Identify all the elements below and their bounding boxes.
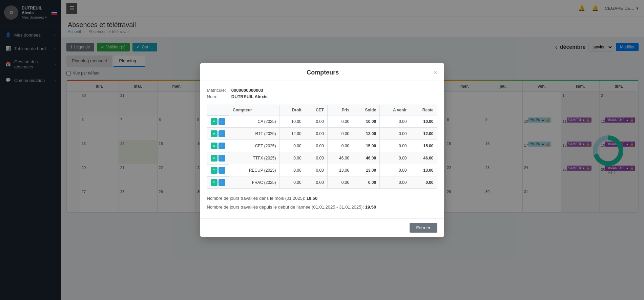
- cet-rtt: 0.00: [305, 128, 327, 140]
- compteur-table: Compteur Droit CET Pris Solde A venir Re…: [207, 105, 437, 189]
- nom-label: Nom:: [207, 94, 226, 99]
- table-row: ≡ i FRAC (2025) 0.00 0.00 0.00 0.00 0.00…: [207, 176, 437, 189]
- stat-line2: Nombre de jours travaillés depuis le déb…: [207, 203, 437, 212]
- avenir-recup: 0.00: [380, 164, 410, 176]
- table-icon[interactable]: ≡: [211, 155, 217, 162]
- stat2-label: Nombre de jours travaillés depuis le déb…: [207, 205, 365, 210]
- pris-recup: 13.00: [327, 164, 353, 176]
- table-row: ≡ i CET (2025) 0.00 0.00 0.00 15.00 0.00…: [207, 140, 437, 152]
- matricule-label: Matricule:: [207, 88, 226, 93]
- info-icon-btn[interactable]: i: [219, 130, 225, 137]
- info-icon-btn[interactable]: i: [219, 179, 225, 186]
- pris-ca: 0.00: [327, 115, 353, 128]
- solde-rtt: 12.00: [353, 128, 380, 140]
- row-icons-ttfx: ≡ i: [207, 152, 229, 164]
- droit-recup: 0.00: [279, 164, 305, 176]
- table-icon[interactable]: ≡: [211, 143, 217, 149]
- row-icons-cet: ≡ i: [207, 140, 229, 152]
- info-icon-btn[interactable]: i: [219, 167, 225, 174]
- solde-ttfx: 46.00: [353, 152, 380, 164]
- info-icon-btn[interactable]: i: [219, 155, 225, 162]
- fermer-button[interactable]: Fermer: [410, 223, 437, 233]
- reste-rtt: 12.00: [410, 128, 437, 140]
- col-icons: [207, 105, 229, 115]
- droit-cet: 0.00: [279, 140, 305, 152]
- col-pris: Pris: [327, 105, 353, 115]
- avenir-ttfx: 0.00: [380, 152, 410, 164]
- pris-rtt: 0.00: [327, 128, 353, 140]
- col-droit: Droit: [279, 105, 305, 115]
- table-row: ≡ i RECUP (2025) 0.00 0.00 13.00 13.00 0…: [207, 164, 437, 176]
- stat1-value: 19.50: [307, 196, 318, 201]
- droit-rtt: 12.00: [279, 128, 305, 140]
- cet-cet: 0.00: [305, 140, 327, 152]
- row-icons-rtt: ≡ i: [207, 128, 229, 140]
- matricule-value: 0000000000003: [231, 88, 437, 93]
- cet-ttfx: 0.00: [305, 152, 327, 164]
- table-icon[interactable]: ≡: [211, 179, 217, 186]
- solde-cet: 15.00: [353, 140, 380, 152]
- table-row: ≡ i TTFX (2025) 0.00 0.00 46.00 46.00 0.…: [207, 152, 437, 164]
- avenir-frac: 0.00: [380, 176, 410, 189]
- droit-frac: 0.00: [279, 176, 305, 189]
- nom-value: DUTREUIL Alexis: [231, 94, 437, 99]
- cet-recup: 0.00: [305, 164, 327, 176]
- col-avenir: A venir: [380, 105, 410, 115]
- avenir-cet: 0.00: [380, 140, 410, 152]
- reste-ttfx: 46.00: [410, 152, 437, 164]
- col-compteur: Compteur: [229, 105, 280, 115]
- stat2-value: 19.50: [365, 205, 376, 210]
- table-row: ≡ i RTT (2025) 12.00 0.00 0.00 12.00 0.0…: [207, 128, 437, 140]
- avenir-ca: 0.00: [380, 115, 410, 128]
- stat-line1: Nombre de jours travaillés dans le mois …: [207, 194, 437, 203]
- col-solde: Solde: [353, 105, 380, 115]
- avenir-rtt: 0.00: [380, 128, 410, 140]
- table-row: ≡ i CA (2025) 10.00 0.00 0.00 10.00 0.00…: [207, 115, 437, 128]
- cet-ca: 0.00: [305, 115, 327, 128]
- droit-ttfx: 0.00: [279, 152, 305, 164]
- col-cet: CET: [305, 105, 327, 115]
- compteur-frac: FRAC (2025): [229, 176, 280, 189]
- row-icons-recup: ≡ i: [207, 164, 229, 176]
- col-reste: Reste: [410, 105, 437, 115]
- info-icon-btn[interactable]: i: [219, 143, 225, 149]
- reste-frac: 0.00: [410, 176, 437, 189]
- modal-info: Matricule: 0000000000003 Nom: DUTREUIL A…: [207, 88, 437, 99]
- compteur-cet: CET (2025): [229, 140, 280, 152]
- compteur-recup: RECUP (2025): [229, 164, 280, 176]
- table-icon[interactable]: ≡: [211, 118, 217, 125]
- pris-frac: 0.00: [327, 176, 353, 189]
- table-icon[interactable]: ≡: [211, 130, 217, 137]
- modal-overlay[interactable]: Compteurs × Matricule: 0000000000003 Nom…: [0, 0, 644, 300]
- solde-frac: 0.00: [353, 176, 380, 189]
- modal-footer: Fermer: [200, 218, 444, 237]
- cet-frac: 0.00: [305, 176, 327, 189]
- solde-recup: 13.00: [353, 164, 380, 176]
- reste-cet: 15.00: [410, 140, 437, 152]
- compteur-rtt: RTT (2025): [229, 128, 280, 140]
- pris-cet: 0.00: [327, 140, 353, 152]
- modal-body: Matricule: 0000000000003 Nom: DUTREUIL A…: [200, 81, 444, 219]
- modal-stats: Nombre de jours travaillés dans le mois …: [207, 194, 437, 212]
- reste-recup: 13.00: [410, 164, 437, 176]
- compteurs-modal: Compteurs × Matricule: 0000000000003 Nom…: [200, 63, 444, 237]
- modal-close-button[interactable]: ×: [433, 69, 437, 77]
- reste-ca: 10.00: [410, 115, 437, 128]
- modal-title: Compteurs: [215, 69, 431, 76]
- stat1-label: Nombre de jours travaillés dans le mois …: [207, 196, 307, 201]
- info-icon-btn[interactable]: i: [219, 118, 225, 125]
- row-icons-ca: ≡ i: [207, 115, 229, 128]
- droit-ca: 10.00: [279, 115, 305, 128]
- compteur-ttfx: TTFX (2025): [229, 152, 280, 164]
- table-header-row: Compteur Droit CET Pris Solde A venir Re…: [207, 105, 437, 115]
- pris-ttfx: 46.00: [327, 152, 353, 164]
- modal-header: Compteurs ×: [200, 63, 444, 81]
- compteur-ca: CA (2025): [229, 115, 280, 128]
- table-icon[interactable]: ≡: [211, 167, 217, 174]
- solde-ca: 10.00: [353, 115, 380, 128]
- row-icons-frac: ≡ i: [207, 176, 229, 189]
